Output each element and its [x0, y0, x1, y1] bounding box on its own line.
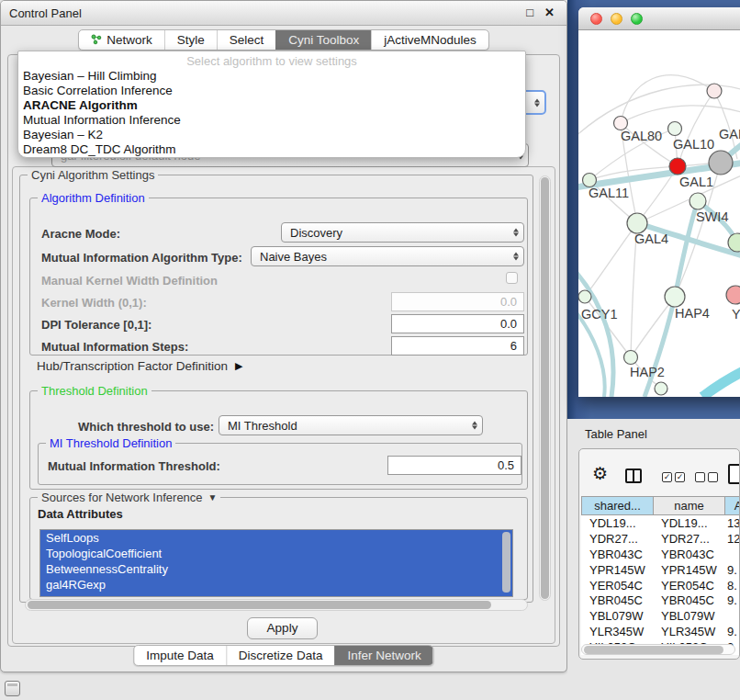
cyni-settings-legend: Cyni Algorithm Settings	[28, 168, 158, 182]
list-scrollbar[interactable]	[502, 532, 510, 593]
dropdown-item[interactable]: Bayesian – K2	[18, 128, 525, 142]
aracne-mode-combo[interactable]: Discovery	[281, 222, 524, 243]
network-node[interactable]	[728, 233, 740, 252]
network-node[interactable]	[655, 382, 667, 395]
unchecked-checkbox-icon[interactable]	[695, 472, 705, 482]
aracne-mode-value: Discovery	[290, 226, 342, 240]
cell: YBR043C	[581, 548, 653, 561]
node-label: HAP4	[675, 306, 710, 321]
cell: 12	[724, 532, 740, 546]
tab-select[interactable]: Select	[217, 30, 276, 50]
zoom-traffic-light-icon[interactable]	[631, 13, 643, 25]
network-canvas[interactable]: GAL GAL80 GAL10 GAL1 GAL11 SWI4 GAL4 GCY…	[578, 30, 740, 397]
which-threshold-value: MI Threshold	[228, 419, 297, 433]
table-row[interactable]: YBR045CYBR045C9.	[581, 593, 740, 608]
node-label: GCY1	[581, 307, 618, 322]
column-header-partial[interactable]: A	[724, 496, 740, 515]
gear-icon[interactable]: ⚙	[592, 465, 608, 482]
table-panel-area: Table Panel ⚙ ✓ ✓ shared... name A YDL19…	[567, 419, 740, 700]
settings-vertical-scrollbar[interactable]	[539, 175, 551, 601]
algorithm-definition-legend: Algorithm Definition	[38, 191, 149, 205]
window-title: Control Panel	[9, 6, 82, 20]
network-view-window: GAL GAL80 GAL10 GAL1 GAL11 SWI4 GAL4 GCY…	[578, 7, 740, 397]
network-node-salmon[interactable]	[726, 286, 740, 304]
unchecked-checkbox-icon[interactable]	[708, 472, 718, 482]
settings-horizontal-scrollbar[interactable]	[25, 599, 528, 611]
columns-icon[interactable]	[625, 469, 642, 483]
manual-kernel-width-checkbox[interactable]	[506, 272, 518, 284]
table-row[interactable]: YER054CYER054C8.	[581, 578, 740, 593]
dropdown-item[interactable]: Mutual Information Inference	[18, 113, 525, 128]
kernel-width-field[interactable]: 0.0	[391, 292, 524, 311]
tab-jactivemnodules[interactable]: jActiveMNodules	[371, 30, 488, 50]
network-node-swi4[interactable]	[690, 193, 706, 209]
table-row[interactable]: YLR345WYLR345W9.	[581, 624, 740, 639]
table-row[interactable]: YDL19...YDL19...13	[581, 515, 740, 531]
table-row[interactable]: YPR145WYPR145W9.	[581, 562, 740, 578]
network-node-gal4[interactable]	[627, 213, 647, 233]
dpi-tolerance-field[interactable]: 0.0	[391, 314, 524, 333]
sources-legend[interactable]: Sources for Network Inference ▼	[38, 491, 220, 504]
table-horizontal-scrollbar[interactable]	[581, 644, 735, 655]
mi-threshold-definition-legend: MI Threshold Definition	[46, 436, 175, 450]
network-node-gal10[interactable]	[668, 122, 682, 136]
collapsed-arrow-icon: ▶	[235, 360, 242, 372]
which-threshold-combo[interactable]: MI Threshold	[219, 415, 483, 435]
apply-button[interactable]: Apply	[247, 617, 318, 639]
dropdown-item[interactable]: Bayesian – Hill Climbing	[18, 69, 525, 84]
checked-checkbox-icon[interactable]: ✓	[662, 472, 672, 482]
tab-impute-data[interactable]: Impute Data	[134, 646, 226, 665]
tab-style[interactable]: Style	[164, 30, 217, 50]
node-label: GAL4	[634, 231, 668, 246]
checked-checkbox-icon[interactable]: ✓	[675, 472, 685, 482]
column-header-name[interactable]: name	[653, 496, 725, 515]
node-label: HAP2	[630, 365, 665, 379]
dropdown-item-highlighted[interactable]: ARACNE Algorithm	[18, 98, 525, 113]
close-icon[interactable]: ✕	[544, 6, 555, 19]
panel-mini-icon[interactable]	[5, 681, 20, 696]
network-node-gcy1[interactable]	[578, 290, 591, 303]
mi-steps-field[interactable]: 6	[391, 336, 524, 356]
list-item[interactable]: TopologicalCoefficient	[40, 546, 512, 561]
node-label: GAL10	[673, 137, 714, 152]
cell: 9.	[724, 625, 740, 638]
close-traffic-light-icon[interactable]	[590, 13, 602, 25]
network-node-hap4[interactable]	[665, 287, 685, 307]
table-panel: ⚙ ✓ ✓ shared... name A YDL19...YDL19...1…	[578, 448, 740, 660]
control-panel-titlebar: Control Panel □ ✕	[1, 1, 566, 26]
list-item[interactable]: gal4RGexp	[40, 577, 512, 593]
list-item[interactable]: SelfLoops	[40, 530, 512, 546]
table-row[interactable]: YDR27...YDR27...12	[581, 531, 740, 547]
column-header-shared-name[interactable]: shared...	[581, 496, 654, 515]
tab-infer-network[interactable]: Infer Network	[334, 646, 432, 665]
minimize-traffic-light-icon[interactable]	[611, 13, 622, 25]
float-window-icon[interactable]: □	[526, 6, 533, 19]
algorithm-definition-group: Algorithm Definition Aracne Mode: Discov…	[29, 198, 528, 356]
mi-threshold-field[interactable]: 0.5	[387, 456, 521, 475]
cell: YBR045C	[653, 593, 724, 607]
mi-threshold-definition-group: MI Threshold Definition Mutual Informati…	[38, 443, 522, 485]
list-item[interactable]: BetweennessCentrality	[40, 561, 512, 577]
tab-cyni-toolbox[interactable]: Cyni Toolbox	[275, 30, 371, 50]
data-attributes-label: Data Attributes	[38, 507, 123, 521]
tab-jactivemnodules-label: jActiveMNodules	[384, 30, 477, 50]
hub-definition-toggle[interactable]: Hub/Transcription Factor Definition ▶	[37, 359, 243, 373]
tab-network[interactable]: Network	[79, 30, 164, 50]
dropdown-item[interactable]: Dream8 DC_TDC Algorithm	[18, 142, 525, 157]
dropdown-item[interactable]: Basic Correlation Inference	[18, 84, 525, 98]
node-label: GAL1	[679, 175, 713, 189]
table-body: YDL19...YDL19...13 YDR27...YDR27...12 YB…	[581, 515, 740, 655]
document-icon[interactable]	[728, 464, 740, 484]
tab-cyni-toolbox-label: Cyni Toolbox	[288, 30, 359, 50]
network-node-hap2[interactable]	[624, 351, 638, 365]
tab-select-label: Select	[230, 30, 264, 50]
network-node[interactable]	[707, 84, 722, 98]
network-node-gray[interactable]	[709, 151, 733, 175]
table-row[interactable]: YBL079WYBL079W	[581, 608, 740, 624]
tab-discretize-data-label: Discretize Data	[239, 646, 323, 665]
mi-algorithm-type-combo[interactable]: Naive Bayes	[251, 246, 524, 266]
data-attributes-list: SelfLoops TopologicalCoefficient Between…	[39, 529, 513, 597]
table-row[interactable]: YBR043CYBR043C	[581, 547, 740, 562]
network-node-gal1[interactable]	[669, 158, 686, 175]
tab-discretize-data[interactable]: Discretize Data	[226, 646, 335, 665]
